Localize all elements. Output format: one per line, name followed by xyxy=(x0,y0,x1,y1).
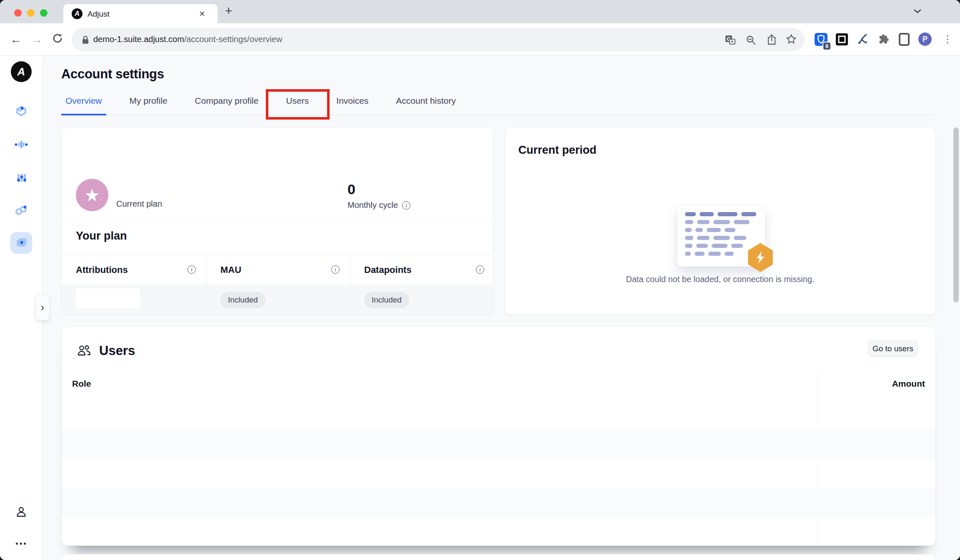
info-icon[interactable]: i xyxy=(476,265,484,274)
zoom-out-icon[interactable] xyxy=(745,35,756,45)
amount-column-header: Amount xyxy=(892,379,925,389)
back-icon[interactable]: ← xyxy=(10,33,22,46)
table-row xyxy=(62,488,935,517)
sidebar-more-icon[interactable]: … xyxy=(15,533,28,548)
address-bar[interactable]: demo-1.suite.adjust.com/account-settings… xyxy=(72,28,805,51)
role-column-header: Role xyxy=(72,379,91,389)
annotation-highlight-box xyxy=(266,89,330,120)
sidebar-item-automate[interactable] xyxy=(13,202,29,218)
bookmark-star-icon[interactable] xyxy=(785,33,797,45)
current-plan-label: Current plan xyxy=(116,199,162,209)
url-text[interactable]: demo-1.suite.adjust.com/account-settings… xyxy=(93,35,282,44)
next-card-partial xyxy=(61,554,936,560)
translate-icon[interactable]: G xyxy=(725,34,736,46)
col-mau-label: MAU xyxy=(220,265,241,275)
page-title: Account settings xyxy=(61,67,164,82)
monthly-cycle-label: Monthly cycle xyxy=(348,200,398,210)
tab-search-chevron-icon[interactable] xyxy=(913,8,922,14)
side-panel-icon[interactable] xyxy=(898,33,910,46)
info-icon[interactable]: i xyxy=(402,201,410,210)
browser-window: A Adjust × + ← → demo-1.suite.adjust.com… xyxy=(0,0,960,560)
col-attributions-label: Attributions xyxy=(76,265,128,275)
users-icon xyxy=(77,344,91,358)
dark-square-extension-icon[interactable] xyxy=(835,33,848,46)
table-row xyxy=(62,517,935,546)
tab-company-profile[interactable]: Company profile xyxy=(191,96,263,115)
datapoints-included-badge: Included xyxy=(364,292,409,308)
sidebar-item-datascape[interactable] xyxy=(13,103,29,119)
extension-badge: 8 xyxy=(822,42,831,50)
browser-tab[interactable]: A Adjust × xyxy=(63,4,218,23)
app-frame: A … › Account settings xyxy=(0,56,960,560)
sidebar-item-measure[interactable] xyxy=(13,137,29,152)
divider xyxy=(62,221,493,221)
empty-state-message: Data could not be loaded, or connection … xyxy=(505,275,935,284)
main-content: Account settings Overview My profile Com… xyxy=(43,56,960,560)
extensions-puzzle-icon[interactable] xyxy=(877,33,890,45)
scrollbar-thumb[interactable] xyxy=(953,128,959,302)
plan-star-icon: ★ xyxy=(76,179,108,211)
adjust-logo-icon[interactable]: A xyxy=(11,61,32,82)
users-title: Users xyxy=(99,343,135,358)
zoom-window-button[interactable] xyxy=(40,9,48,17)
share-icon[interactable] xyxy=(766,34,777,45)
tab-users[interactable]: Users xyxy=(282,96,313,115)
reload-icon[interactable] xyxy=(52,32,63,44)
table-row xyxy=(62,429,935,458)
redacted-value xyxy=(76,288,140,308)
tab-my-profile[interactable]: My profile xyxy=(125,96,172,115)
lock-icon xyxy=(81,35,90,45)
adjust-favicon-icon: A xyxy=(72,8,82,19)
current-period-title: Current period xyxy=(518,144,597,157)
sidebar-item-account-settings[interactable] xyxy=(10,232,32,254)
branch-extension-icon[interactable] xyxy=(857,33,870,46)
plan-values-row: Included Included xyxy=(62,285,493,315)
current-period-card: Current period Data could not be loaded,… xyxy=(505,128,936,315)
close-tab-icon[interactable]: × xyxy=(199,8,205,20)
go-to-users-button[interactable]: Go to users xyxy=(868,340,918,357)
document-illustration xyxy=(677,205,765,267)
browser-toolbar: ← → demo-1.suite.adjust.com/account-sett… xyxy=(0,23,960,56)
sidebar-expand-button[interactable]: › xyxy=(35,295,50,320)
forward-icon[interactable]: → xyxy=(31,33,42,46)
tab-strip: A Adjust × + xyxy=(0,0,960,23)
close-window-button[interactable] xyxy=(14,9,22,17)
users-card: Users Go to users Role Amount xyxy=(61,326,936,546)
info-icon[interactable]: i xyxy=(331,265,340,274)
col-datapoints-label: Datapoints xyxy=(364,265,412,275)
url-path: /account-settings/overview xyxy=(184,35,282,44)
user-profile-icon[interactable] xyxy=(15,505,28,519)
tab-invoices[interactable]: Invoices xyxy=(332,96,372,115)
table-row xyxy=(62,458,935,488)
info-icon[interactable]: i xyxy=(188,265,196,274)
table-row xyxy=(62,400,935,429)
current-plan-card: ★ Current plan 0 Monthly cycle i Your pl… xyxy=(61,128,494,315)
tab-account-history[interactable]: Account history xyxy=(392,96,460,115)
url-host: demo-1.suite.adjust.com xyxy=(93,35,184,44)
your-plan-title: Your plan xyxy=(76,230,127,242)
mau-included-badge: Included xyxy=(220,292,265,308)
tab-title: Adjust xyxy=(88,10,110,19)
monthly-cycle-value: 0 xyxy=(348,181,355,198)
profile-avatar[interactable]: P xyxy=(918,32,932,46)
browser-menu-icon[interactable]: ⋮ xyxy=(942,32,952,46)
settings-tabs: Overview My profile Company profile User… xyxy=(61,96,935,115)
sidebar-item-campaign-lab[interactable] xyxy=(13,170,29,186)
new-tab-button[interactable]: + xyxy=(225,4,232,18)
password-manager-extension-icon[interactable]: 8 xyxy=(815,33,828,46)
tab-overview[interactable]: Overview xyxy=(61,96,106,115)
minimize-window-button[interactable] xyxy=(27,9,35,17)
divider xyxy=(62,255,493,255)
